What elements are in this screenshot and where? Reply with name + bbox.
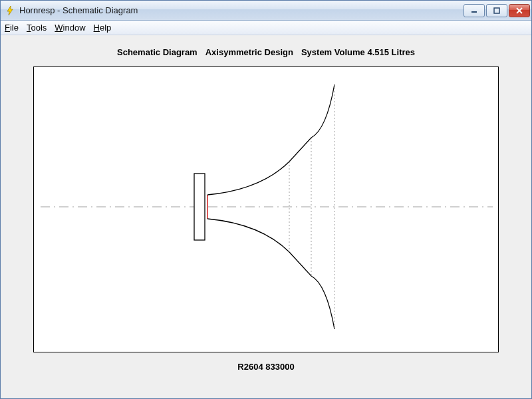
close-icon: [516, 7, 523, 14]
app-icon: [5, 5, 15, 16]
header-design: Axisymmetric Design: [205, 47, 293, 57]
menu-window[interactable]: Window: [55, 23, 85, 33]
titlebar: Hornresp - Schematic Diagram: [1, 1, 531, 21]
svg-rect-6: [194, 174, 205, 240]
svg-marker-0: [7, 6, 13, 15]
footer-text: R2604 833000: [237, 362, 294, 372]
svg-rect-1: [471, 11, 477, 13]
schematic-diagram: [33, 66, 499, 352]
minimize-button[interactable]: [464, 4, 485, 17]
menubar: File Tools Window Help: [1, 21, 531, 35]
app-window: Hornresp - Schematic Diagram File Tools …: [0, 0, 532, 399]
header-volume: System Volume 4.515 Litres: [301, 47, 415, 57]
window-title: Hornresp - Schematic Diagram: [19, 5, 464, 15]
menu-help[interactable]: Help: [94, 23, 112, 33]
menu-tools[interactable]: Tools: [27, 23, 47, 33]
diagram-header: Schematic Diagram Axisymmetric Design Sy…: [117, 47, 415, 57]
window-controls: [464, 4, 530, 17]
client-area: Schematic Diagram Axisymmetric Design Sy…: [1, 35, 531, 398]
close-button[interactable]: [509, 4, 530, 17]
header-schematic: Schematic Diagram: [117, 47, 198, 57]
menu-file[interactable]: File: [5, 23, 19, 33]
maximize-icon: [493, 7, 500, 14]
schematic-svg: [34, 67, 499, 353]
minimize-icon: [471, 7, 477, 14]
maximize-button[interactable]: [486, 4, 507, 17]
svg-rect-2: [494, 8, 499, 13]
